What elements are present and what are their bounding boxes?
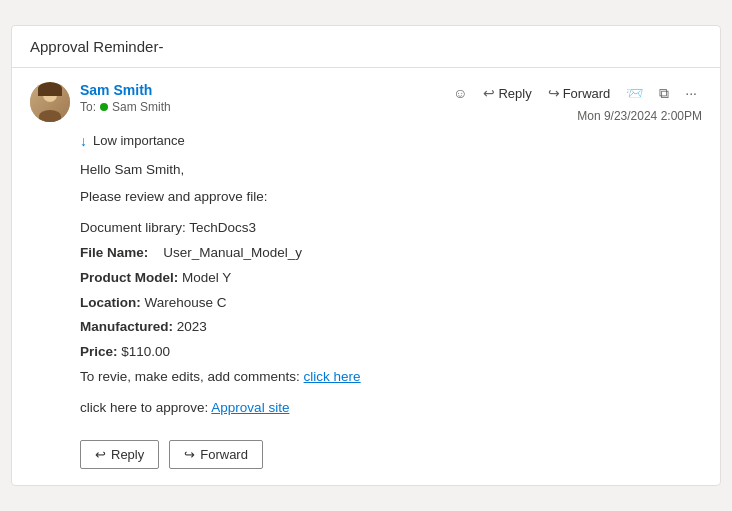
email-container: Approval Reminder- Sam Smith To: Sam Smi… <box>11 25 721 486</box>
email-header: Sam Smith To: Sam Smith ☺ <box>30 82 702 123</box>
sender-to-row: To: Sam Smith <box>80 100 171 114</box>
reply-bottom-label: Reply <box>111 447 144 462</box>
forward-button-bottom[interactable]: ↪ Forward <box>169 440 263 469</box>
popout-button[interactable]: ⧉ <box>654 82 674 105</box>
reply-label-top: Reply <box>498 86 531 101</box>
doc-library-value: TechDocs3 <box>189 220 256 235</box>
revie-row: To revie, make edits, add comments: clic… <box>80 366 702 389</box>
inbox-button[interactable]: 📨 <box>621 82 648 104</box>
greeting: Hello Sam Smith, <box>80 159 702 182</box>
price-label: Price: <box>80 344 118 359</box>
presence-dot <box>100 103 108 111</box>
product-model-label: Product Model: <box>80 270 178 285</box>
emoji-button[interactable]: ☺ <box>448 82 472 104</box>
file-name-label: File Name: <box>80 245 148 260</box>
product-model-value: Model Y <box>182 270 231 285</box>
forward-bottom-icon: ↪ <box>184 447 195 462</box>
doc-library-label: Document library: <box>80 220 186 235</box>
doc-details: Document library: TechDocs3 File Name: U… <box>80 217 702 390</box>
sender-section: Sam Smith To: Sam Smith <box>30 82 171 122</box>
subject-text: Approval Reminder- <box>30 38 163 55</box>
email-body: Sam Smith To: Sam Smith ☺ <box>12 68 720 485</box>
approve-row: click here to approve: Approval site <box>80 397 702 420</box>
doc-library-row: Document library: TechDocs3 <box>80 217 702 240</box>
file-name-row: File Name: User_Manual_Model_y <box>80 242 702 265</box>
reply-button-bottom[interactable]: ↩ Reply <box>80 440 159 469</box>
sender-name[interactable]: Sam Smith <box>80 82 171 98</box>
forward-icon: ↪ <box>548 85 560 101</box>
meta-right: ☺ ↩ Reply ↪ Forward 📨 <box>448 82 702 123</box>
emoji-icon: ☺ <box>453 85 467 101</box>
product-model-row: Product Model: Model Y <box>80 267 702 290</box>
importance-icon: ↓ <box>80 133 87 149</box>
to-name: Sam Smith <box>112 100 171 114</box>
file-name-value: User_Manual_Model_y <box>163 245 302 260</box>
forward-label-top: Forward <box>563 86 611 101</box>
manufactured-row: Manufactured: 2023 <box>80 316 702 339</box>
approval-site-link[interactable]: Approval site <box>211 400 289 415</box>
approve-text: click here to approve: <box>80 400 208 415</box>
click-here-link[interactable]: click here <box>304 369 361 384</box>
reply-button-top[interactable]: ↩ Reply <box>478 82 536 104</box>
manufactured-value: 2023 <box>177 319 207 334</box>
email-content: Hello Sam Smith, Please review and appro… <box>80 159 702 469</box>
more-icon: ··· <box>685 85 697 101</box>
subject-bar: Approval Reminder- <box>12 26 720 68</box>
avatar-body <box>39 110 61 122</box>
revie-text: To revie, make edits, add comments: <box>80 369 300 384</box>
email-actions: ☺ ↩ Reply ↪ Forward 📨 <box>448 82 702 105</box>
reply-bottom-icon: ↩ <box>95 447 106 462</box>
forward-button-top[interactable]: ↪ Forward <box>543 82 616 104</box>
price-value: $110.00 <box>121 344 170 359</box>
intro: Please review and approve file: <box>80 186 702 209</box>
location-row: Location: Warehouse C <box>80 292 702 315</box>
inbox-icon: 📨 <box>626 85 643 101</box>
importance-label: Low importance <box>93 133 185 148</box>
sender-info: Sam Smith To: Sam Smith <box>80 82 171 114</box>
more-button[interactable]: ··· <box>680 82 702 104</box>
manufactured-label: Manufactured: <box>80 319 173 334</box>
location-label: Location: <box>80 295 141 310</box>
importance-row: ↓ Low importance <box>80 133 702 149</box>
location-value: Warehouse C <box>145 295 227 310</box>
reply-icon: ↩ <box>483 85 495 101</box>
avatar <box>30 82 70 122</box>
avatar-image <box>30 82 70 122</box>
forward-bottom-label: Forward <box>200 447 248 462</box>
datetime: Mon 9/23/2024 2:00PM <box>577 109 702 123</box>
popout-icon: ⧉ <box>659 85 669 102</box>
bottom-actions: ↩ Reply ↪ Forward <box>80 440 702 469</box>
to-label: To: <box>80 100 96 114</box>
price-row: Price: $110.00 <box>80 341 702 364</box>
